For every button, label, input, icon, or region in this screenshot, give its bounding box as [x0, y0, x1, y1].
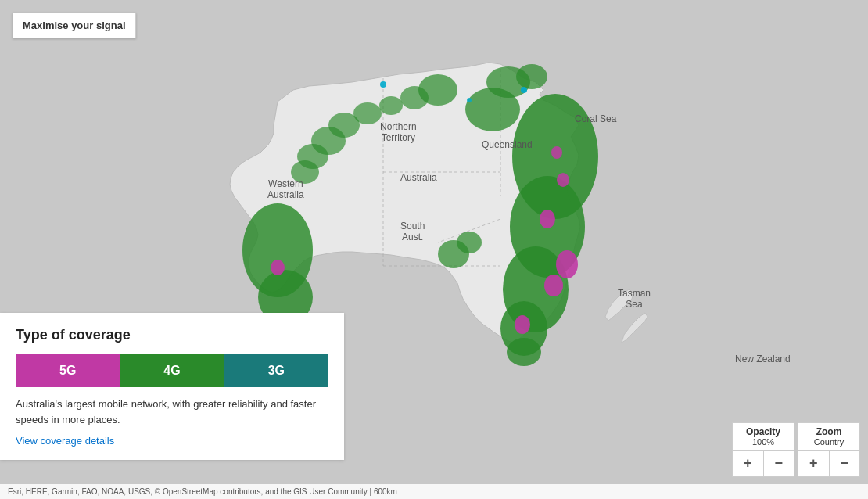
- coverage-4g-button[interactable]: 4G: [120, 354, 224, 387]
- svg-point-29: [540, 210, 555, 228]
- legend-description: Australia's largest mobile network, with…: [16, 397, 328, 427]
- map-container: NorthernTerritory Queensland WesternAust…: [0, 0, 868, 499]
- svg-point-14: [400, 86, 429, 109]
- opacity-control: Opacity 100% + −: [732, 422, 794, 477]
- svg-point-28: [515, 315, 530, 334]
- zoom-plus-button[interactable]: +: [798, 451, 830, 476]
- svg-point-34: [521, 87, 527, 93]
- coverage-buttons: 5G 4G 3G: [16, 354, 328, 387]
- zoom-value: Country: [814, 437, 845, 450]
- opacity-minus-button[interactable]: −: [764, 451, 794, 476]
- svg-point-24: [516, 64, 547, 89]
- view-coverage-link[interactable]: View coverage details: [16, 435, 114, 447]
- attribution-bar: Esri, HERE, Garmin, FAO, NOAA, USGS, © O…: [0, 484, 868, 499]
- zoom-buttons: + −: [798, 450, 859, 476]
- legend-panel: Type of coverage 5G 4G 3G Australia's la…: [0, 313, 344, 460]
- legend-title: Type of coverage: [16, 327, 328, 343]
- svg-point-30: [271, 260, 285, 275]
- opacity-label: Opacity: [740, 423, 787, 437]
- opacity-plus-button[interactable]: +: [733, 451, 764, 476]
- map-controls: Opacity 100% + − Zoom Country + −: [732, 422, 860, 477]
- zoom-minus-button[interactable]: −: [830, 451, 860, 476]
- zoom-control: Zoom Country + −: [798, 422, 860, 477]
- svg-point-22: [457, 232, 482, 253]
- svg-point-25: [507, 338, 541, 366]
- opacity-buttons: + −: [733, 450, 794, 476]
- maximise-button[interactable]: Maximise your signal: [13, 13, 136, 38]
- zoom-label: Zoom: [810, 423, 848, 437]
- coverage-5g-button[interactable]: 5G: [16, 354, 120, 387]
- svg-point-15: [379, 96, 403, 115]
- svg-point-20: [291, 160, 319, 184]
- svg-point-31: [557, 173, 569, 187]
- svg-point-35: [467, 98, 472, 102]
- attribution-text: Esri, HERE, Garmin, FAO, NOAA, USGS, © O…: [8, 487, 397, 496]
- svg-point-27: [544, 275, 563, 296]
- opacity-value: 100%: [752, 437, 774, 450]
- svg-point-32: [551, 146, 562, 159]
- svg-point-33: [380, 81, 386, 88]
- svg-point-26: [556, 250, 578, 278]
- coverage-3g-button[interactable]: 3G: [224, 354, 328, 387]
